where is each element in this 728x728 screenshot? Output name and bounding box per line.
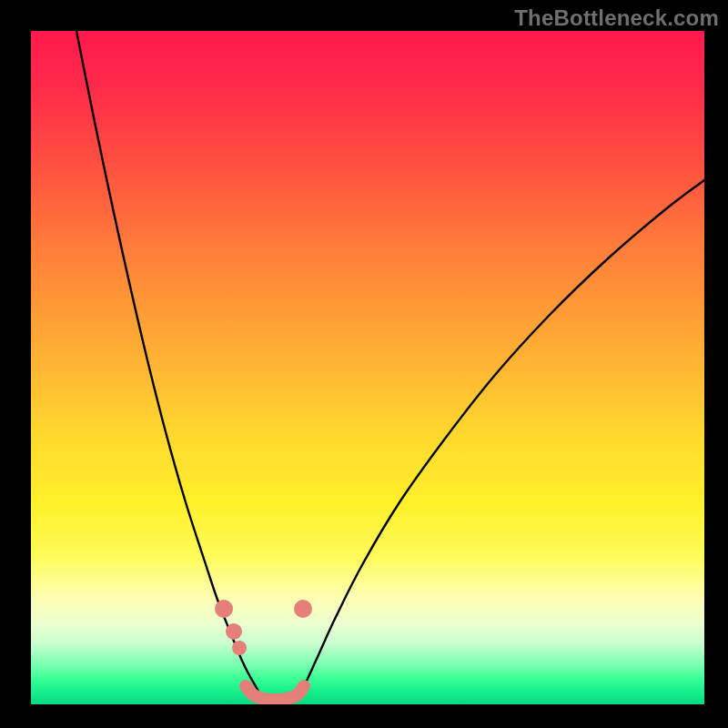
curve-marker xyxy=(226,623,242,640)
curve-right-arm xyxy=(295,180,704,701)
marker-group xyxy=(215,600,312,655)
trough-marker-strip xyxy=(246,686,304,700)
watermark-text: TheBottleneck.com xyxy=(514,5,719,31)
plot-area xyxy=(31,31,704,704)
curve-marker xyxy=(232,641,247,655)
chart-svg xyxy=(31,31,704,704)
curve-marker xyxy=(215,600,233,618)
curve-left-arm xyxy=(76,31,263,701)
chart-frame: TheBottleneck.com xyxy=(0,0,728,728)
curve-marker xyxy=(294,600,312,618)
